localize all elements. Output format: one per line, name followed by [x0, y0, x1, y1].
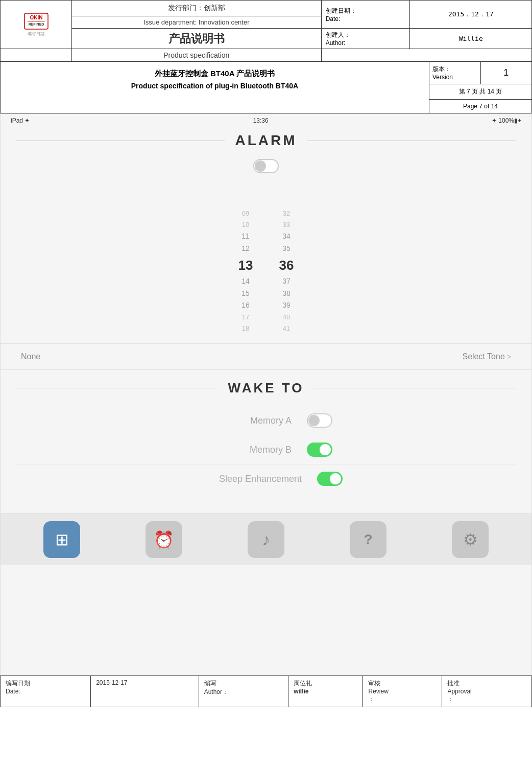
select-tone-text: Select Tone — [462, 352, 504, 361]
none-label: None — [21, 352, 40, 361]
sleep-enhancement-toggle[interactable] — [317, 472, 343, 486]
doc-title-en: Product specification of plug-in Bluetoo… — [11, 82, 419, 90]
create-date-cell: 创建日期： Date: — [321, 1, 410, 29]
footer-author-en: Author： — [204, 688, 283, 696]
issue-dept-en: Issue department: Innovation center — [72, 16, 322, 29]
time-picker[interactable]: 09 10 11 12 13 14 15 16 17 18 32 33 34 3… — [230, 209, 302, 333]
nav-music[interactable]: ♪ — [248, 521, 284, 558]
nav-alarm[interactable]: ⏰ — [146, 521, 182, 558]
footer-author-name: willie — [294, 688, 357, 695]
minute-row-41: 41 — [283, 324, 290, 333]
hour-row-09: 09 — [242, 209, 249, 218]
status-bar: iPad ✦ 13:36 ✦ 100%▮+ — [1, 114, 531, 127]
logo-spacer — [1, 49, 72, 62]
memory-a-row: Memory A — [16, 406, 516, 435]
title-cn-text: 产品说明书 — [168, 32, 225, 45]
create-author-value: Willie — [459, 35, 483, 42]
music-icon: ♪ — [262, 530, 270, 549]
create-author-cn: 创建人： — [326, 31, 406, 39]
status-left: iPad ✦ — [11, 117, 30, 124]
footer-review-cell: 审核 Review ： — [363, 676, 442, 707]
footer-write-date-value-cell: 2015-12-17 — [91, 676, 199, 707]
hour-row-14: 14 — [241, 276, 250, 287]
nav-help[interactable]: ? — [350, 521, 386, 558]
create-author-value-cell: Willie — [410, 29, 532, 49]
hour-row-10: 10 — [242, 220, 249, 229]
hour-column[interactable]: 09 10 11 12 13 14 15 16 17 18 — [230, 209, 261, 333]
hour-row-16: 16 — [241, 300, 250, 311]
minute-row-36: 36 — [279, 256, 294, 274]
memory-a-toggle[interactable] — [307, 413, 332, 428]
header-table: OKIN REFINED 编写日期 发行部门：创新部 创建日期： Date: 2… — [0, 0, 532, 62]
minute-column[interactable]: 32 33 34 35 36 37 38 39 40 41 — [271, 209, 302, 333]
subtitle-en-text: Product specification — [163, 51, 229, 59]
minute-row-39: 39 — [282, 300, 291, 311]
version-value: 1 — [481, 62, 532, 84]
page-en: Page 7 of 14 — [429, 100, 531, 113]
footer-review-en: Review — [368, 688, 437, 695]
version-label-cn: 版本： — [432, 65, 477, 74]
none-tone-row: None Select Tone > — [1, 343, 531, 370]
logo-cell: OKIN REFINED 编写日期 — [1, 1, 72, 49]
minute-row-38: 38 — [282, 289, 291, 299]
wake-divider-right — [314, 388, 516, 388]
phoenix-text: 编写日期 — [28, 31, 45, 37]
alarm-divider-left — [16, 141, 225, 141]
minute-row-35: 35 — [282, 244, 291, 254]
status-right: ✦ 100%▮+ — [492, 117, 521, 124]
minute-row-37: 37 — [282, 276, 291, 287]
wake-to-title: WAKE TO — [228, 380, 304, 396]
version-label-en: Version — [432, 74, 477, 81]
issue-dept-cn-text: 发行部门：创新部 — [168, 4, 225, 12]
remote-icon: ⊞ — [55, 530, 69, 549]
sleep-enhancement-label: Sleep Enhancement — [189, 474, 302, 484]
bottom-nav: ⊞ ⏰ ♪ ? ⚙ — [1, 514, 531, 565]
footer-review-cn: 审核 — [368, 679, 437, 688]
footer-write-date-cn: 编写日期 — [6, 679, 85, 688]
status-center: 13:36 — [253, 117, 269, 124]
memory-b-row: Memory B — [16, 435, 516, 464]
create-date-value-cell: 2015．12．17 — [410, 1, 532, 29]
select-tone-button[interactable]: Select Tone > — [462, 352, 511, 361]
minute-row-32: 32 — [283, 209, 290, 218]
nav-settings[interactable]: ⚙ — [452, 521, 489, 558]
hour-row-17: 17 — [242, 313, 249, 322]
footer-write-date-cell: 编写日期 Date: — [1, 676, 91, 707]
footer-review-colon: ： — [368, 695, 437, 704]
footer-approval-cell: 批准 Approval ： — [442, 676, 532, 707]
minute-row-40: 40 — [283, 313, 290, 322]
create-date-value: 2015．12．17 — [448, 10, 494, 18]
help-icon: ? — [364, 531, 372, 548]
nav-remote[interactable]: ⊞ — [43, 521, 80, 558]
alarm-toggle[interactable] — [253, 159, 279, 173]
create-author-en: Author: — [326, 39, 406, 47]
issue-dept-cn: 发行部门：创新部 — [72, 1, 322, 16]
footer-author-cn-cell: 编写 Author： — [199, 676, 288, 707]
footer-write-date-value: 2015-12-17 — [96, 679, 127, 686]
time-picker-section[interactable]: 09 10 11 12 13 14 15 16 17 18 32 33 34 3… — [1, 194, 531, 343]
wake-divider-left — [16, 388, 218, 388]
footer-table: 编写日期 Date: 2015-12-17 编写 Author： 周位礼 wil… — [0, 676, 532, 707]
create-author-cell: 创建人： Author: — [321, 29, 410, 49]
create-date-en: Date: — [326, 15, 406, 22]
doc-title-left: 外挂蓝牙控制盒 BT40A 产品说明书 Product specificatio… — [1, 62, 429, 113]
okin-logo: OKIN REFINED 编写日期 — [5, 12, 67, 37]
svg-text:REFINED: REFINED — [28, 22, 44, 26]
title-cn: 产品说明书 — [72, 29, 322, 49]
footer-approval-en: Approval — [447, 688, 526, 695]
version-labels: 版本： Version — [429, 62, 481, 84]
hour-row-11: 11 — [241, 231, 250, 242]
page-cn: 第 7 页 共 14 页 — [429, 84, 531, 100]
spacer1 — [1, 178, 531, 194]
minute-row-34: 34 — [282, 231, 291, 242]
hour-row-18: 18 — [242, 324, 249, 333]
sleep-enhancement-row: Sleep Enhancement — [16, 464, 516, 493]
ipad-screen: iPad ✦ 13:36 ✦ 100%▮+ ALARM 09 10 11 12 … — [0, 113, 532, 676]
okin-logo-icon: OKIN REFINED — [23, 12, 49, 30]
footer-author-value-cell: 周位礼 willie — [288, 676, 363, 707]
alarm-toggle-container[interactable] — [1, 154, 531, 178]
memory-b-label: Memory B — [200, 445, 292, 455]
settings-icon: ⚙ — [463, 530, 478, 549]
footer-write-date-en: Date: — [6, 688, 85, 695]
memory-b-toggle[interactable] — [307, 443, 332, 457]
